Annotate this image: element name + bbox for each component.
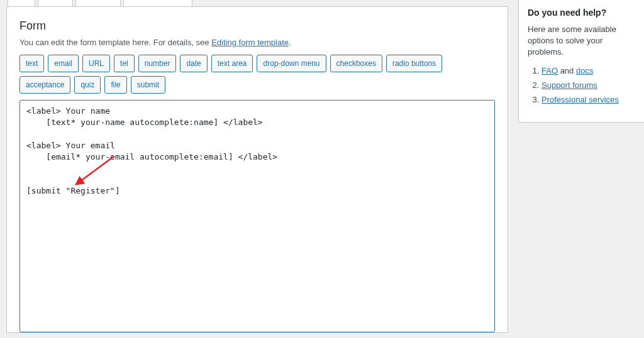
list-item: Professional services [541, 95, 635, 104]
editing-template-link[interactable]: Editing form template [211, 38, 289, 47]
help-sidebar: Do you need help? Here are some availabl… [518, 0, 644, 123]
panel-title: Form [19, 19, 495, 33]
tag-text[interactable]: text [19, 55, 44, 72]
tag-tel[interactable]: tel [114, 55, 135, 72]
list-mid: and [558, 66, 576, 75]
helper-post: . [289, 38, 291, 47]
tag-acceptance[interactable]: acceptance [19, 76, 70, 94]
sidebar-list: FAQ and docs Support forums Professional… [528, 66, 635, 104]
tag-textarea[interactable]: text area [211, 55, 253, 72]
tag-checkboxes[interactable]: checkboxes [330, 55, 382, 72]
faq-link[interactable]: FAQ [541, 66, 558, 75]
docs-link[interactable]: docs [576, 66, 593, 75]
support-forums-link[interactable]: Support forums [541, 80, 597, 90]
list-item: Support forums [541, 80, 635, 90]
tag-email[interactable]: email [48, 55, 79, 72]
tag-dropdown[interactable]: drop-down menu [257, 55, 326, 72]
tag-number[interactable]: number [138, 55, 177, 72]
tag-date[interactable]: date [180, 55, 207, 72]
tag-buttons-row: text email URL tel number date text area… [19, 55, 495, 94]
tag-quiz[interactable]: quiz [74, 76, 101, 94]
helper-pre: You can edit the form template here. For… [19, 38, 211, 47]
form-panel: Form You can edit the form template here… [6, 6, 508, 333]
list-item: FAQ and docs [541, 66, 635, 75]
helper-text: You can edit the form template here. For… [19, 38, 495, 47]
tag-radio[interactable]: radio buttons [386, 55, 442, 72]
tag-file[interactable]: file [104, 76, 126, 94]
form-template-editor[interactable] [19, 100, 495, 332]
tag-submit[interactable]: submit [131, 76, 165, 94]
sidebar-title: Do you need help? [528, 8, 635, 18]
sidebar-text: Here are some available options to solve… [528, 24, 635, 58]
professional-services-link[interactable]: Professional services [541, 95, 619, 104]
tag-url[interactable]: URL [82, 55, 110, 72]
